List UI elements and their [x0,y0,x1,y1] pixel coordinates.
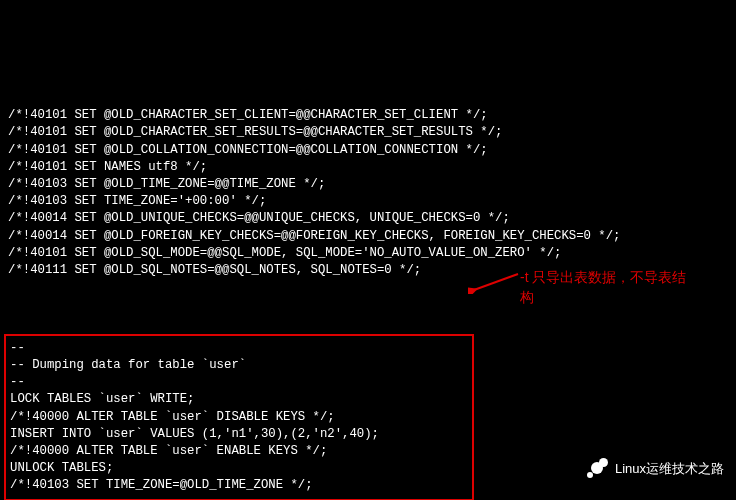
annotation-line1: -t 只导出表数据，不导表结 [520,269,686,285]
sql-header-block: /*!40101 SET @OLD_CHARACTER_SET_CLIENT=@… [8,107,728,279]
highlighted-sql-block: ---- Dumping data for table `user`--LOCK… [4,334,474,500]
sql-boxed-line: /*!40103 SET TIME_ZONE=@OLD_TIME_ZONE */… [10,477,468,494]
sql-boxed-line: /*!40000 ALTER TABLE `user` DISABLE KEYS… [10,409,468,426]
sql-boxed-line: LOCK TABLES `user` WRITE; [10,391,468,408]
sql-header-line: /*!40101 SET @OLD_COLLATION_CONNECTION=@… [8,142,728,159]
sql-boxed-line: INSERT INTO `user` VALUES (1,'n1',30),(2… [10,426,468,443]
sql-header-line: /*!40101 SET @OLD_SQL_MODE=@@SQL_MODE, S… [8,245,728,262]
sql-boxed-line: /*!40000 ALTER TABLE `user` ENABLE KEYS … [10,443,468,460]
sql-header-line: /*!40103 SET @OLD_TIME_ZONE=@@TIME_ZONE … [8,176,728,193]
wechat-icon [585,458,609,480]
sql-header-line: /*!40101 SET @OLD_CHARACTER_SET_RESULTS=… [8,124,728,141]
sql-header-line: /*!40101 SET NAMES utf8 */; [8,159,728,176]
sql-boxed-line: -- Dumping data for table `user` [10,357,468,374]
sql-header-line: /*!40101 SET @OLD_CHARACTER_SET_CLIENT=@… [8,107,728,124]
sql-header-line: /*!40103 SET TIME_ZONE='+00:00' */; [8,193,728,210]
sql-boxed-line: -- [10,374,468,391]
sql-boxed-line: -- [10,340,468,357]
sql-boxed-line: UNLOCK TABLES; [10,460,468,477]
sql-header-line: /*!40014 SET @OLD_UNIQUE_CHECKS=@@UNIQUE… [8,210,728,227]
watermark: Linux运维技术之路 [585,458,724,480]
sql-header-line: /*!40014 SET @OLD_FOREIGN_KEY_CHECKS=@@F… [8,228,728,245]
annotation-text: -t 只导出表数据，不导表结 构 [520,268,720,307]
annotation-line2: 构 [520,289,534,305]
watermark-label: Linux运维技术之路 [615,460,724,478]
